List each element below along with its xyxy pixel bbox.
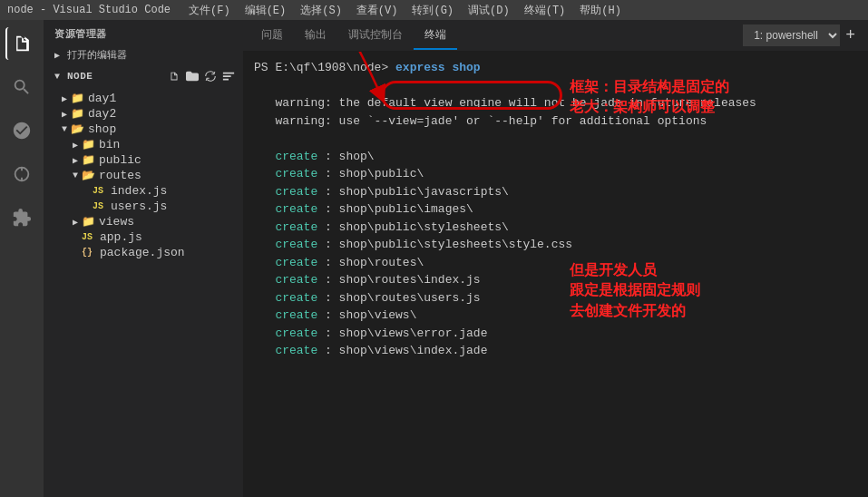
tab-terminal[interactable]: 终端 — [414, 22, 457, 50]
tree-item-shop[interactable]: ▼ 📂 shop — [44, 122, 243, 137]
tree-item-views[interactable]: ▶ 📁 views — [44, 214, 243, 229]
menu-file[interactable]: 文件(F) — [189, 3, 230, 18]
menu-select[interactable]: 选择(S) — [300, 3, 342, 18]
folder-icon: 📁 — [82, 215, 95, 229]
activity-debug-icon[interactable] — [5, 158, 38, 190]
chevron-right-icon: ▶ — [51, 50, 63, 61]
collapse-all-button[interactable] — [221, 69, 236, 83]
activity-git-icon[interactable] — [5, 114, 38, 147]
terminal-line-create6: create : shop\public\stylesheets\style.c… — [254, 236, 857, 254]
activity-search-icon[interactable] — [5, 71, 38, 103]
sidebar-header: 资源管理器 — [44, 20, 243, 44]
tree-item-label: shop — [88, 122, 116, 136]
panel-tabs: 问题 输出 调试控制台 终端 1: powershell + — [243, 20, 868, 52]
tree-item-users-js[interactable]: JS users.js — [44, 199, 243, 214]
activity-bar — [0, 20, 44, 497]
chevron-down-icon: ▼ — [69, 171, 82, 180]
app-body: 资源管理器 ▶ 打开的编辑器 ▼ NODE — [0, 20, 868, 497]
terminal-line-create8: create : shop\routes\index.js — [254, 271, 857, 289]
terminal-selector[interactable]: 1: powershell — [743, 24, 840, 46]
tree-item-label: day2 — [88, 107, 116, 121]
terminal-line-create2: create : shop\public\ — [254, 165, 857, 183]
js-file-icon: JS — [82, 232, 93, 242]
folder-open-icon: 📂 — [82, 169, 95, 182]
menu-view[interactable]: 查看(V) — [356, 3, 398, 18]
sidebar: 资源管理器 ▶ 打开的编辑器 ▼ NODE — [44, 20, 243, 497]
main-content: 问题 输出 调试控制台 终端 1: powershell + PS E:\qf\… — [243, 20, 868, 497]
js-file-icon: JS — [93, 201, 103, 211]
tree-item-day2[interactable]: ▶ 📁 day2 — [44, 106, 243, 122]
tree-item-label: index.js — [111, 184, 167, 198]
tree-item-label: package.json — [100, 246, 185, 259]
menu-terminal[interactable]: 终端(T) — [524, 3, 566, 18]
tree-item-app-js[interactable]: JS app.js — [44, 229, 243, 245]
chevron-right-icon: ▶ — [58, 93, 71, 104]
titlebar: node - Visual Studio Code 文件(F) 编辑(E) 选择… — [0, 0, 868, 20]
terminal[interactable]: PS E:\qf\1908\node> express shop warning… — [243, 52, 868, 497]
tree-item-label: public — [99, 153, 141, 167]
open-editors-label: 打开的编辑器 — [67, 48, 127, 62]
chevron-right-icon: ▶ — [69, 155, 82, 166]
terminal-line-create1: create : shop\ — [254, 148, 857, 166]
terminal-line-warn2: warning: use `--view=jade' or `--help' f… — [254, 112, 857, 131]
folder-icon: 📁 — [82, 138, 95, 151]
folder-icon: 📁 — [82, 153, 95, 167]
terminal-line-blank2 — [254, 130, 857, 148]
tab-problems[interactable]: 问题 — [250, 22, 294, 50]
node-label: NODE — [67, 71, 163, 82]
new-folder-button[interactable] — [185, 69, 200, 83]
folder-icon: 📁 — [71, 92, 84, 105]
menu-bar: 文件(F) 编辑(E) 选择(S) 查看(V) 转到(G) 调试(D) 终端(T… — [189, 3, 621, 18]
terminal-line-create3: create : shop\public\javascripts\ — [254, 183, 857, 201]
menu-edit[interactable]: 编辑(E) — [245, 3, 287, 18]
terminal-line-create4: create : shop\public\images\ — [254, 200, 857, 219]
tab-output[interactable]: 输出 — [294, 22, 337, 50]
chevron-right-icon: ▶ — [69, 140, 82, 151]
activity-explorer-icon[interactable] — [5, 27, 38, 60]
terminal-line-create10: create : shop\views\ — [254, 307, 857, 325]
menu-goto[interactable]: 转到(G) — [412, 3, 454, 18]
chevron-right-icon: ▶ — [58, 109, 71, 120]
tree-item-routes[interactable]: ▼ 📂 routes — [44, 168, 243, 183]
new-terminal-button[interactable]: + — [840, 26, 861, 44]
chevron-down-icon: ▼ — [58, 124, 71, 134]
terminal-prompt-line: PS E:\qf\1908\node> express shop — [254, 59, 857, 77]
chevron-down-icon: ▼ — [51, 72, 63, 82]
tree-item-label: bin — [99, 138, 120, 151]
terminal-line-create9: create : shop\routes\users.js — [254, 289, 857, 307]
tree-item-label: users.js — [111, 200, 167, 213]
terminal-line-blank1 — [254, 77, 857, 95]
folder-icon: 📁 — [71, 107, 84, 121]
tree-item-index-js[interactable]: JS index.js — [44, 183, 243, 199]
terminal-line-create5: create : shop\public\stylesheets\ — [254, 219, 857, 237]
tree-item-label: routes — [99, 169, 141, 182]
json-file-icon: {} — [82, 248, 93, 258]
open-editors-header[interactable]: ▶ 打开的编辑器 — [44, 44, 243, 65]
js-file-icon: JS — [93, 186, 103, 196]
titlebar-title: node - Visual Studio Code — [7, 4, 171, 16]
node-toolbar: ▼ NODE — [44, 65, 243, 87]
tree-item-day1[interactable]: ▶ 📁 day1 — [44, 91, 243, 106]
tree-item-bin[interactable]: ▶ 📁 bin — [44, 137, 243, 152]
terminal-area-wrapper: PS E:\qf\1908\node> express shop warning… — [243, 52, 868, 497]
chevron-right-icon: ▶ — [69, 217, 82, 228]
menu-debug[interactable]: 调试(D) — [468, 3, 510, 18]
terminal-line-create11: create : shop\views\error.jade — [254, 325, 857, 343]
activity-extensions-icon[interactable] — [5, 201, 38, 234]
terminal-line-create12: create : shop\views\index.jade — [254, 342, 857, 360]
tree-item-label: app.js — [100, 230, 142, 244]
tab-debug-console[interactable]: 调试控制台 — [337, 22, 414, 50]
terminal-line-warn1: warning: the default view engine will no… — [254, 94, 857, 112]
tree-item-package-json[interactable]: {} package.json — [44, 245, 243, 260]
folder-open-icon: 📂 — [71, 122, 84, 136]
file-tree: ▶ 📁 day1 ▶ 📁 day2 ▼ 📂 shop ▶ 📁 bin ▶ — [44, 87, 243, 264]
tree-item-label: day1 — [88, 92, 116, 105]
tree-item-public[interactable]: ▶ 📁 public — [44, 152, 243, 168]
tree-item-label: views — [99, 215, 134, 229]
menu-help[interactable]: 帮助(H) — [580, 3, 621, 18]
new-file-button[interactable] — [167, 69, 181, 83]
terminal-line-create7: create : shop\routes\ — [254, 254, 857, 272]
refresh-button[interactable] — [203, 69, 218, 83]
